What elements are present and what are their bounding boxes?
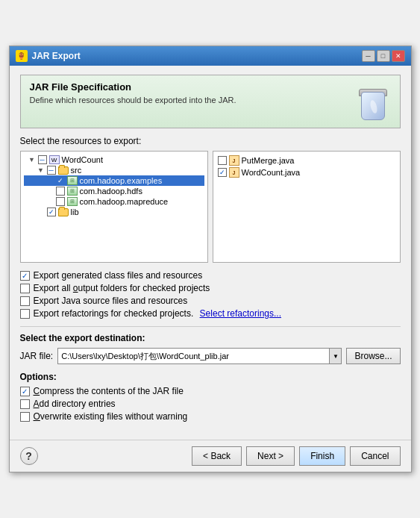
label-putmerge: PutMerge.java [242, 156, 295, 165]
footer: ? < Back Next > Finish Cancel [10, 440, 411, 472]
cb-wordcount-java[interactable]: ✓ [218, 168, 227, 177]
cb-row-export-class: ✓ Export generated class files and resou… [20, 270, 401, 281]
label-lib: lib [71, 207, 79, 216]
label-com-mapreduce: com.hadoop.mapreduce [80, 197, 169, 206]
destination-input[interactable] [58, 352, 329, 361]
package-icon-mapreduce: ⊞ [67, 197, 78, 206]
cb-src[interactable]: ─ [47, 166, 56, 175]
tree-pane: ▼ ─ W WordCount ▼ ─ src ✓ ⊞ com. [20, 151, 208, 263]
cb-label-export-refactorings: Export refactorings for checked projects… [34, 308, 196, 319]
separator-1 [20, 326, 401, 327]
maximize-button[interactable]: □ [377, 50, 390, 62]
title-bar-controls: ─ □ ✕ [362, 50, 405, 62]
cb-putmerge[interactable] [218, 156, 227, 165]
close-button[interactable]: ✕ [392, 50, 405, 62]
cb-label-compress: Compress the contents of the JAR file [34, 386, 184, 396]
back-button[interactable]: < Back [192, 446, 242, 466]
section-description: Define which resources should be exporte… [30, 96, 236, 104]
section-header: JAR File Specification Define which reso… [20, 75, 401, 128]
cancel-button[interactable]: Cancel [350, 446, 400, 466]
cb-compress[interactable]: ✓ [20, 387, 30, 396]
cb-add-dir[interactable] [20, 399, 30, 409]
project-icon-wordcount: W [49, 155, 60, 164]
jar-export-window: 🏺 JAR Export ─ □ ✕ JAR File Specificatio… [9, 46, 412, 472]
jar-icon [355, 81, 391, 120]
package-icon-hdfs: ⊞ [67, 187, 78, 196]
title-bar: 🏺 JAR Export ─ □ ✕ [10, 46, 411, 66]
label-wordcount: WordCount [62, 155, 103, 164]
cb-row-compress: ✓ Compress the contents of the JAR file [20, 386, 401, 396]
tree-item-com-hdfs[interactable]: ⊞ com.hadoop.hdfs [24, 186, 204, 196]
resources-label: Select the resources to export: [20, 136, 401, 146]
jar-body [361, 92, 385, 120]
select-refactorings-link[interactable]: Select refactorings... [200, 308, 281, 319]
label-src: src [71, 166, 82, 175]
cb-label-export-class: Export generated class files and resourc… [34, 270, 203, 281]
cb-row-export-output: Export all output folders for checked pr… [20, 283, 401, 293]
files-pane: J PutMerge.java ✓ J WordCount.java [213, 151, 401, 263]
cb-row-export-java: Export Java source files and resources [20, 296, 401, 306]
java-icon-wordcount: J [229, 167, 239, 178]
jar-shine [369, 99, 377, 113]
label-wordcount-java: WordCount.java [242, 168, 301, 177]
footer-right: < Back Next > Finish Cancel [192, 446, 400, 466]
resources-area: ▼ ─ W WordCount ▼ ─ src ✓ ⊞ com. [20, 151, 401, 263]
minimize-button[interactable]: ─ [362, 50, 375, 62]
cb-export-refactorings[interactable] [20, 309, 30, 319]
destination-row: JAR file: ▼ Browse... [20, 348, 401, 364]
file-item-putmerge[interactable]: J PutMerge.java [216, 155, 397, 166]
toggle-src: ▼ [37, 166, 45, 174]
cb-lib[interactable]: ✓ [47, 207, 56, 216]
footer-left: ? [20, 447, 38, 465]
section-title: JAR File Specification [30, 81, 236, 93]
tree-item-lib[interactable]: ✓ lib [24, 207, 204, 217]
java-icon-putmerge: J [229, 155, 239, 166]
cb-row-export-refactorings: Export refactorings for checked projects… [20, 308, 401, 319]
cb-label-export-java: Export Java source files and resources [34, 296, 188, 306]
window-title: JAR Export [32, 51, 81, 61]
cb-com-mapreduce[interactable] [56, 197, 65, 206]
cb-wordcount[interactable]: ─ [38, 155, 47, 164]
destination-field-label: JAR file: [20, 351, 54, 361]
options-title: Options: [20, 372, 401, 382]
cb-label-overwrite: Overwrite existing files without warning [34, 411, 188, 422]
destination-input-wrap: ▼ [57, 348, 342, 364]
options-section: Options: ✓ Compress the contents of the … [20, 372, 401, 422]
tree-item-com-mapreduce[interactable]: ⊞ com.hadoop.mapreduce [24, 196, 204, 207]
main-content: JAR File Specification Define which reso… [10, 66, 411, 440]
cb-overwrite[interactable] [20, 412, 30, 422]
finish-button[interactable]: Finish [299, 446, 345, 466]
jar-title-icon: 🏺 [16, 50, 28, 62]
section-header-text: JAR File Specification Define which reso… [30, 81, 236, 104]
cb-label-export-output: Export all output folders for checked pr… [34, 283, 210, 293]
destination-dropdown[interactable]: ▼ [329, 349, 341, 363]
label-com-examples: com.hadoop.examples [80, 176, 163, 185]
export-options-area: ✓ Export generated class files and resou… [20, 270, 401, 319]
cb-export-class[interactable]: ✓ [20, 271, 30, 281]
tree-item-src[interactable]: ▼ ─ src [24, 165, 204, 175]
cb-com-examples[interactable]: ✓ [56, 176, 65, 185]
label-com-hdfs: com.hadoop.hdfs [80, 187, 142, 196]
help-button[interactable]: ? [20, 447, 38, 465]
cb-row-add-dir: Add directory entries [20, 399, 401, 409]
destination-section-label: Select the export destination: [20, 333, 401, 343]
cb-export-output[interactable] [20, 284, 30, 293]
toggle-wordcount: ▼ [28, 156, 36, 163]
cb-com-hdfs[interactable] [56, 187, 65, 196]
tree-item-com-examples[interactable]: ✓ ⊞ com.hadoop.examples [24, 175, 204, 186]
cb-row-overwrite: Overwrite existing files without warning [20, 411, 401, 422]
title-bar-left: 🏺 JAR Export [16, 50, 81, 62]
cb-export-java[interactable] [20, 296, 30, 306]
folder-icon-lib [58, 208, 69, 216]
browse-button[interactable]: Browse... [346, 348, 400, 364]
file-item-wordcount-java[interactable]: ✓ J WordCount.java [216, 166, 397, 178]
destination-area: Select the export destination: JAR file:… [20, 333, 401, 364]
package-icon-examples: ⊞ [67, 176, 78, 185]
folder-icon-src [58, 166, 69, 175]
cb-label-add-dir: Add directory entries [34, 399, 116, 409]
next-button[interactable]: Next > [246, 446, 295, 466]
tree-item-wordcount[interactable]: ▼ ─ W WordCount [24, 155, 204, 165]
